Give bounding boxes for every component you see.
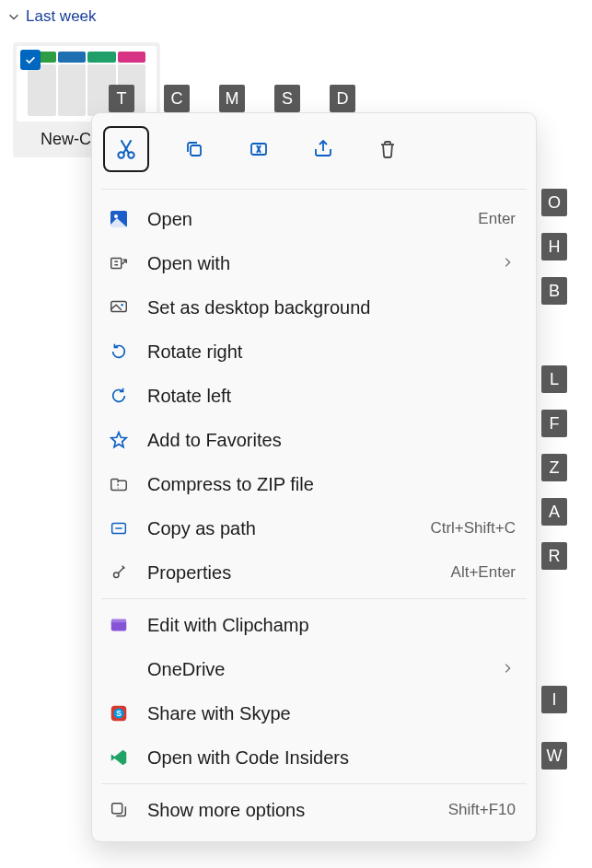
svg-rect-16 <box>112 804 122 814</box>
open-with-icon <box>107 251 131 275</box>
menu-label: Open <box>147 209 461 230</box>
menu-skype[interactable]: S Share with Skype <box>92 691 536 735</box>
selected-check-icon <box>20 50 41 70</box>
onedrive-icon <box>107 657 131 681</box>
key-hint-favorites: F <box>541 410 567 437</box>
group-label: Last week <box>26 7 97 26</box>
skype-icon: S <box>107 701 131 725</box>
menu-set-background[interactable]: Set as desktop background <box>92 285 536 330</box>
chevron-right-icon <box>501 256 516 271</box>
divider <box>101 783 527 784</box>
key-hint-open: O <box>541 189 567 216</box>
menu-label: Open with Code Insiders <box>147 747 516 769</box>
group-header[interactable]: Last week <box>0 0 592 29</box>
copy-path-icon <box>107 516 131 540</box>
key-hint-properties: R <box>541 542 567 570</box>
menu-label: Copy as path <box>147 518 413 539</box>
menu-label: Open with <box>147 253 484 274</box>
menu-compress[interactable]: Compress to ZIP file <box>92 462 536 506</box>
key-hint-set-bg: B <box>541 277 567 305</box>
zip-icon <box>107 472 131 496</box>
svg-rect-6 <box>111 259 122 269</box>
key-hint-cut: T <box>109 85 134 112</box>
menu-label: Rotate left <box>147 386 516 407</box>
photos-icon <box>107 207 131 231</box>
rotate-right-icon <box>107 340 131 364</box>
svg-rect-12 <box>111 619 127 623</box>
key-hint-copy-path: A <box>541 498 567 526</box>
key-hint-rename: M <box>219 85 245 112</box>
svg-rect-2 <box>191 145 201 156</box>
menu-shortcut: Enter <box>478 210 516 228</box>
context-menu: Open Enter Open with Set as desktop back… <box>91 112 537 842</box>
menu-label: Rotate right <box>147 341 516 363</box>
vscode-insiders-icon <box>107 746 131 770</box>
cut-button[interactable] <box>103 126 149 172</box>
key-hint-share: S <box>274 85 300 112</box>
menu-shortcut: Ctrl+Shift+C <box>430 519 516 538</box>
copy-button[interactable] <box>175 130 214 168</box>
share-button[interactable] <box>304 130 342 168</box>
key-hint-delete: D <box>330 85 355 112</box>
show-more-icon <box>107 798 131 822</box>
menu-open[interactable]: Open Enter <box>92 197 536 241</box>
delete-button[interactable] <box>368 130 407 168</box>
star-icon <box>107 428 131 452</box>
menu-onedrive[interactable]: OneDrive <box>92 647 536 691</box>
menu-show-more[interactable]: Show more options Shift+F10 <box>92 788 536 832</box>
menu-label: Set as desktop background <box>147 297 516 318</box>
key-hint-copy: C <box>164 85 190 112</box>
desktop-background-icon <box>107 295 131 319</box>
action-bar <box>92 119 536 185</box>
key-hint-compress: Z <box>541 454 567 481</box>
menu-shortcut: Alt+Enter <box>451 563 516 582</box>
chevron-right-icon <box>501 662 516 677</box>
menu-rotate-left[interactable]: Rotate left <box>92 374 536 418</box>
menu-shortcut: Shift+F10 <box>448 801 516 819</box>
menu-open-with[interactable]: Open with <box>92 241 536 285</box>
key-hint-rotate-left: L <box>541 365 567 393</box>
menu-code-insiders[interactable]: Open with Code Insiders <box>92 735 536 780</box>
menu-properties[interactable]: Properties Alt+Enter <box>92 550 536 595</box>
menu-label: Properties <box>147 562 435 584</box>
divider <box>101 598 527 599</box>
menu-label: Edit with Clipchamp <box>147 615 516 636</box>
svg-point-0 <box>118 152 124 158</box>
divider <box>101 189 527 190</box>
menu-label: Show more options <box>147 800 432 821</box>
menu-label: OneDrive <box>147 659 484 680</box>
svg-point-1 <box>128 152 134 158</box>
key-hint-open-with: H <box>541 233 567 260</box>
menu-label: Compress to ZIP file <box>147 474 516 495</box>
key-hint-code: W <box>541 742 567 770</box>
menu-clipchamp[interactable]: Edit with Clipchamp <box>92 603 536 647</box>
svg-point-8 <box>121 304 122 306</box>
menu-label: Add to Favorites <box>147 430 516 451</box>
rotate-left-icon <box>107 384 131 408</box>
clipchamp-icon <box>107 613 131 637</box>
properties-icon <box>107 561 131 584</box>
rename-button[interactable] <box>239 130 278 168</box>
menu-rotate-right[interactable]: Rotate right <box>92 330 536 374</box>
menu-label: Share with Skype <box>147 703 516 724</box>
svg-point-5 <box>114 214 118 218</box>
menu-copy-path[interactable]: Copy as path Ctrl+Shift+C <box>92 506 536 550</box>
chevron-down-icon <box>7 10 20 23</box>
key-hint-skype: I <box>541 686 567 713</box>
menu-favorites[interactable]: Add to Favorites <box>92 418 536 462</box>
svg-text:S: S <box>116 710 122 718</box>
